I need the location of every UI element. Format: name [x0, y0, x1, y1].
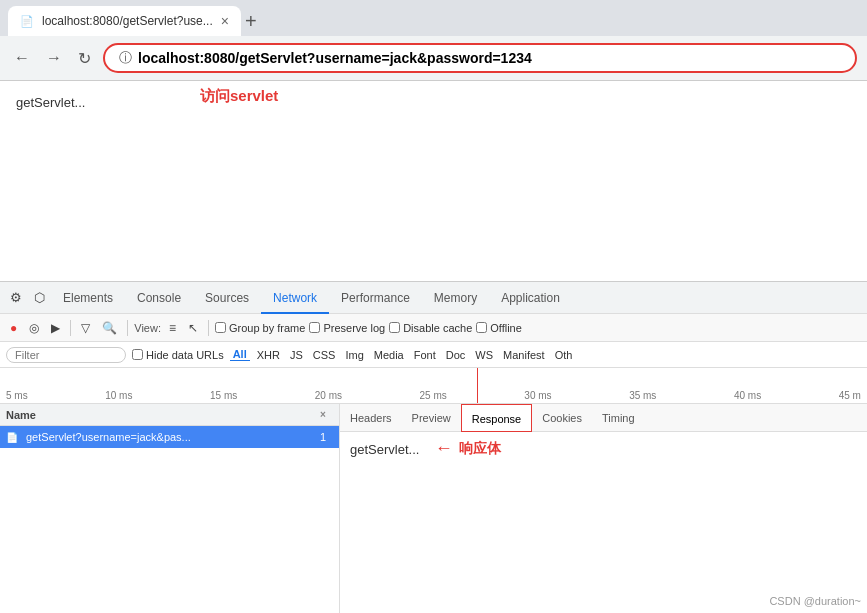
- tab-preview[interactable]: Preview: [402, 404, 461, 432]
- tab-timing[interactable]: Timing: [592, 404, 645, 432]
- devtools-tab-performance[interactable]: Performance: [329, 282, 422, 314]
- annotation-response: ← 响应体: [435, 438, 501, 459]
- new-tab-button[interactable]: +: [245, 11, 257, 31]
- col-header-name: Name: [6, 409, 305, 421]
- tab-headers[interactable]: Headers: [340, 404, 402, 432]
- devtools-icon-btn-2[interactable]: ⬡: [28, 286, 51, 309]
- timeline-label-40ms: 40 ms: [734, 390, 761, 401]
- devtools-tab-application[interactable]: Application: [489, 282, 572, 314]
- filter-tag-css[interactable]: CSS: [310, 349, 339, 361]
- devtools-left-panel: Name × 📄 getServlet?username=jack&pas...…: [0, 404, 340, 613]
- group-by-frame-label[interactable]: Group by frame: [215, 322, 305, 334]
- url-info-icon: ⓘ: [119, 49, 132, 67]
- annotation-arrow-icon: ←: [435, 438, 453, 459]
- url-text: localhost:8080/getServlet?username=jack&…: [138, 50, 841, 66]
- tab-response[interactable]: Response: [461, 404, 533, 432]
- devtools-right-tabs: Headers Preview Response Cookies Timing: [340, 404, 867, 432]
- timeline-marker-line: [477, 368, 478, 403]
- hide-data-urls-checkbox[interactable]: [132, 349, 143, 360]
- preserve-log-checkbox[interactable]: [309, 322, 320, 333]
- devtools-tab-elements[interactable]: Elements: [51, 282, 125, 314]
- annotation-servlet: 访问servlet: [200, 87, 278, 106]
- filter-tag-js[interactable]: JS: [287, 349, 306, 361]
- devtools-tab-console[interactable]: Console: [125, 282, 193, 314]
- timeline-label-15ms: 15 ms: [210, 390, 237, 401]
- disable-cache-checkbox[interactable]: [389, 322, 400, 333]
- record-icon[interactable]: ●: [6, 319, 21, 337]
- devtools-timeline: 5 ms 10 ms 15 ms 20 ms 25 ms 30 ms 35 ms…: [0, 368, 867, 404]
- filter-tag-all[interactable]: All: [230, 348, 250, 361]
- response-text: getServlet...: [350, 442, 419, 457]
- toolbar-separator-1: [70, 320, 71, 336]
- browser-tab[interactable]: 📄 localhost:8080/getServlet?use... ×: [8, 6, 241, 36]
- devtools-panel: ⚙ ⬡ Elements Console Sources Network Per…: [0, 281, 867, 613]
- forward-button[interactable]: →: [42, 45, 66, 71]
- watermark: CSDN @duration~: [769, 595, 861, 607]
- devtools-tab-bar: ⚙ ⬡ Elements Console Sources Network Per…: [0, 282, 867, 314]
- devtools-right-panel: Headers Preview Response Cookies Timing …: [340, 404, 867, 613]
- browser-chrome: 📄 localhost:8080/getServlet?use... × + ←…: [0, 0, 867, 81]
- filter-tag-manifest[interactable]: Manifest: [500, 349, 548, 361]
- tab-cookies[interactable]: Cookies: [532, 404, 592, 432]
- page-body-text: getServlet...: [16, 95, 85, 110]
- timeline-label-10ms: 10 ms: [105, 390, 132, 401]
- tab-title: localhost:8080/getServlet?use...: [42, 14, 213, 28]
- hide-data-urls-label[interactable]: Hide data URLs: [132, 349, 224, 361]
- filter-tag-xhr[interactable]: XHR: [254, 349, 283, 361]
- tab-close-icon[interactable]: ×: [221, 13, 229, 29]
- view-label: View:: [134, 322, 161, 334]
- toolbar-separator-2: [127, 320, 128, 336]
- view-waterfall-icon[interactable]: ↖: [184, 319, 202, 337]
- devtools-tab-sources[interactable]: Sources: [193, 282, 261, 314]
- filter-tag-ws[interactable]: WS: [472, 349, 496, 361]
- devtools-tab-memory[interactable]: Memory: [422, 282, 489, 314]
- address-bar: ← → ↻ ⓘ localhost:8080/getServlet?userna…: [0, 36, 867, 80]
- devtools-icon-btn-1[interactable]: ⚙: [4, 286, 28, 309]
- filter-tag-doc[interactable]: Doc: [443, 349, 469, 361]
- view-list-icon[interactable]: ≡: [165, 319, 180, 337]
- group-by-frame-checkbox[interactable]: [215, 322, 226, 333]
- refresh-button[interactable]: ↻: [74, 45, 95, 72]
- timeline-label-25ms: 25 ms: [420, 390, 447, 401]
- filter-tag-other[interactable]: Oth: [552, 349, 576, 361]
- annotation-response-label: 响应体: [459, 440, 501, 458]
- filter-icon[interactable]: ▽: [77, 319, 94, 337]
- col-header-close: ×: [313, 409, 333, 420]
- search-icon[interactable]: 🔍: [98, 319, 121, 337]
- request-number: 1: [313, 431, 333, 443]
- timeline-labels: 5 ms 10 ms 15 ms 20 ms 25 ms 30 ms 35 ms…: [6, 390, 861, 403]
- timeline-label-35ms: 35 ms: [629, 390, 656, 401]
- filter-tag-img[interactable]: Img: [342, 349, 366, 361]
- devtools-right-content: getServlet... ← 响应体: [340, 432, 867, 613]
- stop-icon[interactable]: ◎: [25, 319, 43, 337]
- filter-input[interactable]: [6, 347, 126, 363]
- devtools-filter-bar: Hide data URLs All XHR JS CSS Img Media …: [0, 342, 867, 368]
- offline-label[interactable]: Offline: [476, 322, 522, 334]
- table-row[interactable]: 📄 getServlet?username=jack&pas... 1: [0, 426, 339, 448]
- back-button[interactable]: ←: [10, 45, 34, 71]
- toolbar-separator-3: [208, 320, 209, 336]
- offline-checkbox[interactable]: [476, 322, 487, 333]
- url-box[interactable]: ⓘ localhost:8080/getServlet?username=jac…: [103, 43, 857, 73]
- devtools-tab-network[interactable]: Network: [261, 282, 329, 314]
- request-favicon-icon: 📄: [6, 432, 18, 443]
- filter-tag-font[interactable]: Font: [411, 349, 439, 361]
- tab-favicon-icon: 📄: [20, 15, 34, 28]
- timeline-label-5ms: 5 ms: [6, 390, 28, 401]
- camera-icon[interactable]: ▶: [47, 319, 64, 337]
- request-name: getServlet?username=jack&pas...: [26, 431, 305, 443]
- timeline-label-30ms: 30 ms: [524, 390, 551, 401]
- filter-tag-media[interactable]: Media: [371, 349, 407, 361]
- preserve-log-label[interactable]: Preserve log: [309, 322, 385, 334]
- page-content: getServlet... 访问servlet: [0, 81, 867, 281]
- devtools-toolbar: ● ◎ ▶ ▽ 🔍 View: ≡ ↖ Group by frame Prese…: [0, 314, 867, 342]
- tab-bar: 📄 localhost:8080/getServlet?use... × +: [0, 0, 867, 36]
- disable-cache-label[interactable]: Disable cache: [389, 322, 472, 334]
- timeline-label-45ms: 45 m: [839, 390, 861, 401]
- filter-tags: All XHR JS CSS Img Media Font Doc WS Man…: [230, 348, 576, 361]
- devtools-col-header: Name ×: [0, 404, 339, 426]
- devtools-main: Name × 📄 getServlet?username=jack&pas...…: [0, 404, 867, 613]
- timeline-label-20ms: 20 ms: [315, 390, 342, 401]
